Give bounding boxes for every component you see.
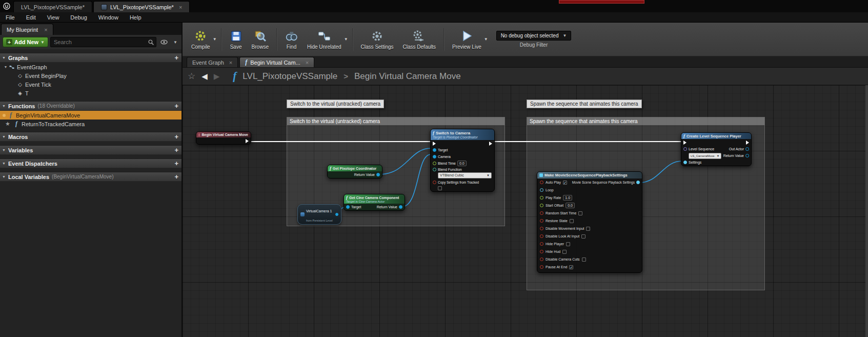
bool-pin[interactable]	[540, 234, 543, 238]
value-field[interactable]: 0.0	[566, 203, 575, 208]
node-create-level-sequence-player[interactable]: fCreate Level Sequence Player Level Sequ…	[681, 132, 752, 166]
float-pin[interactable]	[540, 204, 543, 207]
object-wire[interactable]	[639, 161, 682, 183]
checkbox[interactable]: ✓	[563, 181, 567, 185]
expander-icon[interactable]: ▼	[2, 56, 6, 60]
bool-pin[interactable]	[540, 211, 543, 215]
asset-tab-inactive[interactable]: LVL_PixotopeVSSample*	[13, 1, 92, 12]
expander-icon[interactable]: ▼	[3, 65, 8, 69]
return-value-pin[interactable]	[376, 173, 380, 176]
bool-pin[interactable]	[540, 227, 543, 230]
float-pin[interactable]	[540, 196, 543, 200]
expander-icon[interactable]: ▼	[2, 175, 6, 179]
titlebar[interactable]: LVL_PixotopeVSSample* LVL_PixotopeVSSamp…	[0, 0, 868, 12]
checkbox[interactable]: ✓	[569, 265, 573, 269]
sidebar-item-event-t[interactable]: ◈ T	[0, 89, 181, 97]
save-button[interactable]: Save	[225, 25, 247, 54]
return-value-pin[interactable]	[745, 154, 749, 157]
add-event-dispatcher-button[interactable]: +	[174, 160, 178, 167]
bool-pin[interactable]	[540, 257, 543, 261]
graphs-section-header[interactable]: ▼ Graphs +	[0, 53, 181, 63]
search-input[interactable]	[50, 37, 156, 47]
blend-function-dropdown[interactable]: VTBlend Cubic ▼	[438, 172, 492, 179]
checkbox[interactable]	[570, 219, 574, 223]
checkbox[interactable]	[578, 211, 582, 215]
menu-debug[interactable]: Debug	[65, 12, 92, 22]
add-local-variable-button[interactable]: +	[174, 173, 178, 180]
menu-view[interactable]: View	[42, 12, 65, 22]
expander-icon[interactable]: ▼	[2, 135, 6, 138]
actor-out-pin[interactable]	[335, 213, 338, 216]
struct-pin[interactable]	[540, 188, 543, 192]
exec-out-pin[interactable]	[746, 141, 749, 145]
return-value-pin[interactable]	[399, 205, 402, 209]
tab-event-graph[interactable]: Event Graph ×	[187, 57, 238, 67]
settings-out-pin[interactable]	[636, 181, 640, 184]
bool-pin[interactable]	[540, 181, 543, 184]
node-virtualcamera-reference[interactable]: VirtualCamera 1 from Persistent Level	[297, 204, 341, 225]
chevron-down-icon[interactable]: ▼	[172, 37, 179, 47]
macros-section-header[interactable]: ▼ Macros +	[0, 132, 181, 142]
checkbox[interactable]	[581, 234, 586, 239]
exec-out-pin[interactable]	[246, 139, 249, 143]
add-function-button[interactable]: +	[174, 103, 178, 109]
checkbox[interactable]	[562, 250, 567, 254]
graph-canvas[interactable]: Switch to the virtual (untracked) camera…	[183, 85, 868, 337]
expander-icon[interactable]: ▼	[2, 162, 6, 165]
tab-begin-virtual-camera[interactable]: f Begin Virtual Cam... ×	[239, 57, 314, 67]
level-sequence-pin[interactable]	[683, 147, 687, 151]
add-macro-button[interactable]: +	[174, 133, 178, 140]
bool-pin[interactable]	[540, 250, 543, 253]
sidebar-item-eventgraph[interactable]: ▼ EventGraph	[0, 63, 181, 71]
node-make-playback-settings[interactable]: Make MovieSceneSequencePlaybackSettings …	[537, 171, 642, 273]
sidebar-item-returntotrackedcamera[interactable]: ★ f ReturnToTrackedCamera	[0, 120, 181, 128]
checkbox[interactable]	[566, 242, 570, 246]
close-icon[interactable]: ×	[306, 60, 309, 66]
add-new-button[interactable]: + Add New ▼	[3, 37, 48, 47]
level-sequence-dropdown[interactable]: LS_CameraMove ▼	[689, 153, 721, 159]
exec-out-pin[interactable]	[489, 142, 492, 146]
expander-icon[interactable]: ▼	[2, 104, 6, 108]
event-dispatchers-section-header[interactable]: ▼ Event Dispatchers +	[0, 158, 181, 168]
exec-in-pin[interactable]	[433, 142, 436, 146]
add-variable-button[interactable]: +	[174, 147, 178, 153]
close-icon[interactable]: ×	[229, 60, 232, 66]
find-button[interactable]: Find	[280, 25, 302, 54]
favorite-star-icon[interactable]: ☆	[188, 71, 195, 82]
bool-pin[interactable]	[540, 265, 543, 269]
visibility-eye-icon[interactable]	[158, 37, 170, 47]
node-get-cine-camera-component[interactable]: fGet Cine Camera Component Target is Cin…	[344, 194, 405, 211]
settings-pin[interactable]	[683, 161, 687, 164]
blend-time-pin[interactable]	[433, 162, 436, 165]
class-defaults-button[interactable]: Class Defaults	[398, 25, 440, 54]
sidebar-item-event-tick[interactable]: ◇ Event Tick	[0, 80, 181, 89]
close-icon[interactable]: ×	[179, 4, 182, 10]
node-get-pixotope-coordinator[interactable]: fGet Pixotope Coordinator Return Value	[327, 165, 382, 179]
blend-function-pin[interactable]	[433, 168, 436, 171]
functions-section-header[interactable]: ▼ Functions (18 Overridable) +	[0, 101, 181, 111]
value-field[interactable]: 1.0	[563, 195, 572, 201]
menu-help[interactable]: Help	[124, 12, 147, 22]
exec-in-pin[interactable]	[683, 141, 687, 145]
copy-settings-pin[interactable]	[433, 181, 436, 184]
node-switch-to-camera[interactable]: fSwitch to Camera Target is Pixotope Coo…	[430, 129, 495, 192]
checkbox[interactable]	[438, 186, 442, 190]
breadcrumb-current[interactable]: Begin Virtual Camera Move	[354, 71, 461, 82]
asset-tab-active[interactable]: LVL_PixotopeVSSample* ×	[93, 1, 190, 12]
variables-section-header[interactable]: ▼ Variables +	[0, 145, 181, 155]
my-blueprint-tab[interactable]: My Blueprint ×	[1, 24, 53, 35]
blend-time-field[interactable]: 0.0	[457, 161, 467, 166]
camera-pin[interactable]	[433, 155, 436, 158]
browse-button[interactable]: Browse	[247, 25, 273, 54]
menu-edit[interactable]: Edit	[21, 12, 42, 22]
forward-arrow-icon[interactable]: ▶	[214, 72, 220, 81]
local-variables-section-header[interactable]: ▼ Local Variables (BeginVirtualCameraMov…	[0, 172, 181, 182]
preview-live-button[interactable]: Preview Live	[448, 25, 486, 54]
out-actor-pin[interactable]	[745, 147, 749, 151]
checkbox[interactable]	[586, 227, 590, 231]
class-settings-button[interactable]: Class Settings	[356, 25, 398, 54]
breadcrumb-root[interactable]: LVL_PixotopeVSSample	[243, 71, 337, 82]
add-graph-button[interactable]: +	[174, 54, 178, 61]
expander-icon[interactable]: ▼	[2, 148, 6, 152]
compile-button[interactable]: Compile	[187, 25, 215, 54]
